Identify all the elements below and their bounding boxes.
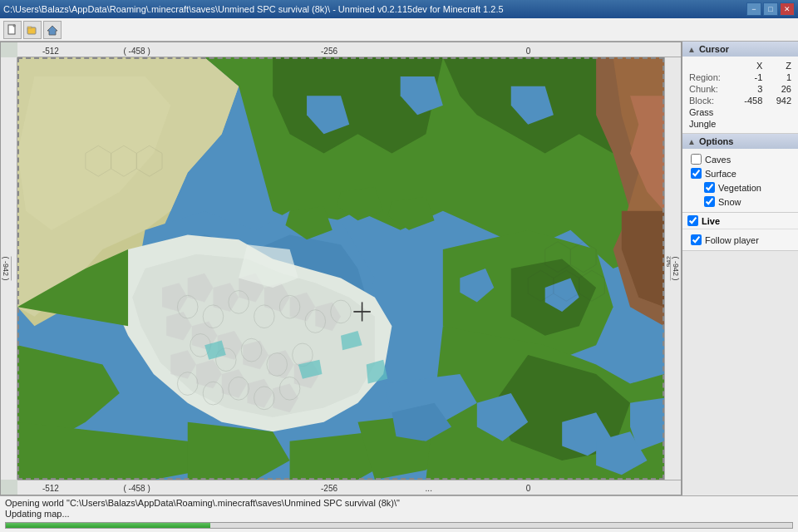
ruler-bottom-label-4: ...: [426, 484, 432, 493]
ruler-bottom-label-2: ( -458 ): [124, 484, 150, 493]
cursor-section: ▲ Cursor X Z Region: -1 1 Chu: [682, 42, 798, 134]
chunk-label: Chunk:: [687, 83, 736, 95]
new-button[interactable]: [3, 21, 22, 39]
cursor-collapse-icon: ▲: [687, 45, 696, 54]
right-panel: ▲ Cursor X Z Region: -1 1 Chu: [682, 42, 798, 495]
right-coord-label: ( -942 ): [670, 256, 681, 280]
follow-player-row: Follow player: [687, 233, 793, 247]
left-coord-label: ( -942 ): [1, 256, 12, 280]
live-content: Follow player: [682, 229, 798, 250]
ruler-left-label-1: -768: [1, 78, 11, 93]
status-bar: Opening world "C:\Users\Balazs\AppData\R…: [0, 495, 798, 532]
status-line2: Updating map...: [5, 509, 793, 519]
cursor-info-table: X Z Region: -1 1 Chunk: 3 26 Block:: [687, 60, 793, 106]
progress-container: [5, 522, 793, 529]
block-label: Block:: [687, 95, 736, 106]
surface-row: Surface: [687, 166, 793, 180]
cursor-title: Cursor: [699, 44, 729, 54]
caves-checkbox[interactable]: [691, 154, 702, 165]
options-header[interactable]: ▲ Options: [682, 134, 798, 149]
cursor-col-z: Z: [764, 60, 793, 71]
title-bar: C:\Users\Balazs\AppData\Roaming\.minecra…: [0, 0, 798, 18]
window-controls: − □ ✕: [746, 2, 795, 16]
vegetation-row: Vegetation: [687, 180, 793, 195]
region-z: 1: [764, 71, 793, 83]
status-line1: Opening world "C:\Users\Balazs\AppData\R…: [5, 498, 793, 508]
open-button[interactable]: [23, 21, 42, 39]
ruler-bottom-label-3: -256: [321, 484, 337, 493]
svg-rect-2: [27, 27, 32, 28]
surface-label[interactable]: Surface: [705, 169, 736, 179]
svg-marker-3: [47, 26, 57, 35]
live-section: Live Follow player: [682, 213, 798, 251]
region-label: Region:: [687, 71, 736, 83]
caves-label[interactable]: Caves: [705, 155, 731, 165]
cursor-header[interactable]: ▲ Cursor: [682, 42, 798, 57]
cursor-col-x: X: [736, 60, 765, 71]
home-button[interactable]: [43, 21, 62, 39]
close-button[interactable]: ✕: [780, 2, 795, 16]
map-container[interactable]: -512 ( -458 ) -256 0 -768 -512 ( -458 ) …: [0, 42, 682, 495]
ruler-top-label-3: -256: [321, 47, 337, 56]
options-content: Caves Surface Vegetation Snow: [682, 149, 798, 212]
maximize-button[interactable]: □: [763, 2, 778, 16]
biome2: Jungle: [687, 118, 793, 130]
ruler-top-label-4: 0: [526, 47, 531, 56]
ruler-top-label-2: ( -458 ): [124, 47, 150, 56]
toolbar: [0, 18, 798, 42]
follow-player-checkbox[interactable]: [691, 234, 702, 245]
minimize-button[interactable]: −: [746, 2, 761, 16]
main-area: -512 ( -458 ) -256 0 -768 -512 ( -458 ) …: [0, 42, 798, 495]
region-x: -1: [736, 71, 765, 83]
ruler-top-label-1: -512: [42, 47, 59, 56]
ruler-bottom-label-5: 0: [526, 484, 531, 493]
ruler-bottom-label-1: -512: [42, 484, 59, 493]
biome1: Grass: [687, 106, 793, 118]
live-checkbox[interactable]: [687, 215, 698, 226]
cursor-col-empty: [687, 60, 736, 71]
block-x: -458: [736, 95, 765, 106]
options-section: ▲ Options Caves Surface Vegetation: [682, 134, 798, 213]
caves-row: Caves: [687, 152, 793, 166]
snow-label[interactable]: Snow: [718, 197, 741, 207]
ruler-top: -512 ( -458 ) -256 0: [17, 42, 681, 57]
window-title: C:\Users\Balazs\AppData\Roaming\.minecra…: [3, 4, 504, 14]
snow-row: Snow: [687, 195, 793, 209]
ruler-bottom: -512 ( -458 ) -256 ... 0: [17, 480, 681, 495]
progress-bar: [6, 523, 210, 528]
surface-checkbox[interactable]: [691, 168, 702, 179]
snow-checkbox[interactable]: [704, 196, 715, 207]
chunk-z: 26: [764, 83, 793, 95]
vegetation-checkbox[interactable]: [704, 182, 715, 193]
vegetation-label[interactable]: Vegetation: [718, 183, 761, 193]
follow-player-label[interactable]: Follow player: [705, 235, 759, 245]
map-canvas: [17, 57, 664, 480]
options-title: Options: [699, 136, 734, 146]
block-z: 942: [764, 95, 793, 106]
live-label[interactable]: Live: [702, 216, 720, 226]
options-collapse-icon: ▲: [687, 137, 696, 146]
cursor-content: X Z Region: -1 1 Chunk: 3 26 Block:: [682, 57, 798, 133]
map-svg: [17, 57, 664, 480]
chunk-x: 3: [736, 83, 765, 95]
